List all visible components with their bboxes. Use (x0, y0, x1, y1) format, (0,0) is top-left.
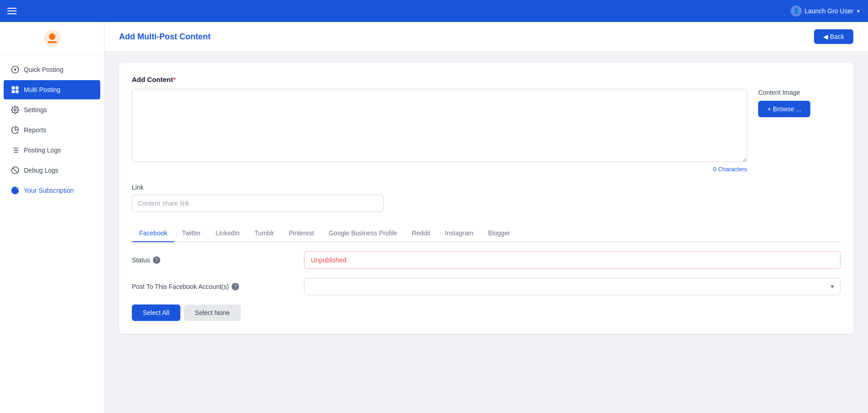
content-row: 0 Characters Content Image + Browse ... (132, 89, 841, 173)
sidebar-item-multi-posting[interactable]: Multi Posting (4, 80, 100, 99)
content-image-section: Content Image + Browse ... (758, 89, 841, 117)
sidebar-item-posting-logs[interactable]: Posting Logs (4, 141, 100, 160)
tab-instagram[interactable]: Instagram (438, 225, 481, 242)
top-nav: 👤 Launch Gro User ▼ (0, 0, 868, 22)
app-body: Quick Posting Multi Posting Settings Rep… (0, 22, 868, 413)
user-avatar-icon: 👤 (791, 5, 802, 16)
account-label: Post To This Facebook Account(s) ? (132, 283, 297, 290)
platform-tabs: Facebook Twitter LinkedIn Tumblr Pintere… (132, 225, 841, 242)
ban-icon (11, 166, 19, 174)
svg-rect-8 (12, 91, 14, 93)
sidebar-item-quick-posting[interactable]: Quick Posting (4, 60, 100, 79)
sidebar-item-label: Reports (24, 126, 46, 134)
status-row: Status ? Unpublished (132, 251, 841, 269)
user-menu[interactable]: 👤 Launch Gro User ▼ (791, 5, 861, 16)
svg-line-18 (13, 168, 18, 173)
account-select[interactable] (304, 278, 841, 295)
link-input[interactable] (132, 195, 384, 212)
sidebar-item-label: Settings (24, 106, 47, 114)
plus-circle-icon (11, 65, 19, 74)
tab-facebook[interactable]: Facebook (132, 225, 174, 242)
sidebar-item-label: Multi Posting (24, 86, 60, 93)
select-none-button[interactable]: Select None (184, 304, 241, 321)
sidebar-item-settings[interactable]: Settings (4, 100, 100, 120)
tab-google-business[interactable]: Google Business Profile (321, 225, 404, 242)
add-content-label: Add Content* (132, 76, 841, 83)
tab-tumblr[interactable]: Tumblr (247, 225, 282, 242)
chevron-down-icon: ▼ (856, 9, 861, 14)
add-content-section: Add Content* 0 Characters Content Image … (132, 76, 841, 173)
svg-rect-2 (48, 41, 57, 43)
textarea-wrap: 0 Characters (132, 89, 747, 173)
sidebar-item-subscription[interactable]: Your Subscription (4, 181, 100, 200)
chart-pie-icon (11, 126, 19, 134)
sidebar-item-label: Debug Logs (24, 167, 59, 174)
tab-blogger[interactable]: Blogger (481, 225, 517, 242)
sidebar-item-label: Posting Logs (24, 147, 61, 154)
browse-button[interactable]: + Browse ... (758, 101, 810, 117)
status-display: Unpublished (304, 251, 841, 269)
link-label: Link (132, 184, 841, 191)
page-title: Add Multi-Post Content (119, 32, 211, 42)
account-help-icon[interactable]: ? (232, 283, 239, 290)
action-buttons: Select All Select None (132, 304, 841, 321)
link-section: Link (132, 184, 841, 212)
status-label: Status ? (132, 256, 297, 264)
sidebar-item-label: Your Subscription (24, 187, 74, 194)
tab-linkedin[interactable]: LinkedIn (208, 225, 247, 242)
svg-rect-6 (12, 87, 14, 89)
select-all-button[interactable]: Select All (132, 304, 180, 321)
account-select-wrap: ▼ (304, 278, 841, 295)
sidebar-logo (0, 22, 104, 55)
content-image-label: Content Image (758, 89, 841, 96)
sidebar-nav: Quick Posting Multi Posting Settings Rep… (0, 55, 104, 205)
svg-point-1 (49, 33, 55, 40)
sidebar-item-reports[interactable]: Reports (4, 120, 100, 140)
svg-rect-7 (16, 87, 18, 89)
form-card: Add Content* 0 Characters Content Image … (119, 63, 853, 334)
back-button[interactable]: ◀ Back (814, 29, 853, 44)
required-marker: * (173, 76, 176, 83)
grid-icon (11, 86, 19, 94)
hamburger-menu[interactable] (7, 8, 16, 14)
sidebar-item-label: Quick Posting (24, 66, 63, 73)
svg-point-10 (14, 109, 16, 111)
main-content: Add Multi-Post Content ◀ Back Add Conten… (104, 22, 868, 413)
gear-icon (11, 106, 19, 114)
svg-rect-9 (16, 91, 18, 93)
content-textarea[interactable] (132, 89, 747, 162)
status-help-icon[interactable]: ? (153, 256, 160, 264)
page-header: Add Multi-Post Content ◀ Back (104, 22, 868, 52)
logo-icon (43, 29, 61, 48)
user-label: Launch Gro User (804, 7, 853, 15)
sidebar: Quick Posting Multi Posting Settings Rep… (0, 22, 104, 413)
tab-twitter[interactable]: Twitter (174, 225, 208, 242)
tab-pinterest[interactable]: Pinterest (282, 225, 321, 242)
list-icon (11, 146, 19, 154)
top-nav-left (7, 8, 16, 14)
platform-tabs-section: Facebook Twitter LinkedIn Tumblr Pintere… (132, 225, 841, 321)
check-circle-icon (11, 186, 19, 195)
account-row: Post To This Facebook Account(s) ? ▼ (132, 278, 841, 295)
sidebar-item-debug-logs[interactable]: Debug Logs (4, 161, 100, 180)
char-count: 0 Characters (132, 166, 747, 173)
tab-reddit[interactable]: Reddit (404, 225, 437, 242)
